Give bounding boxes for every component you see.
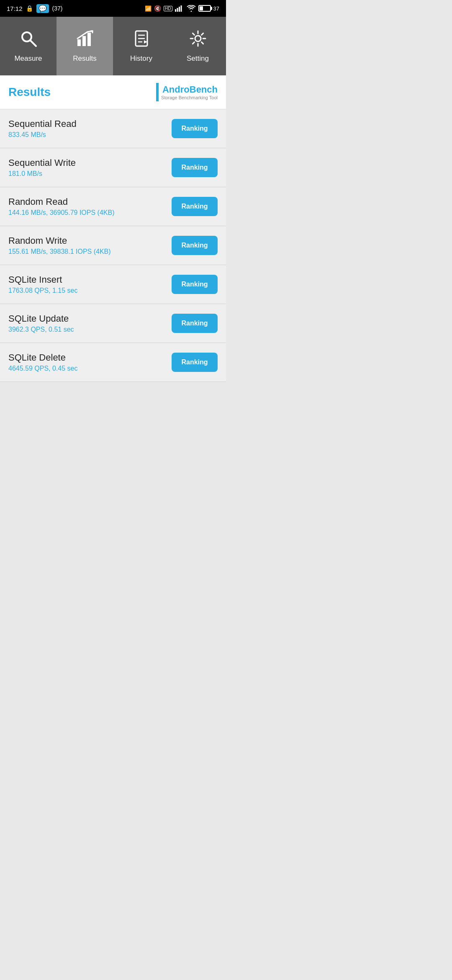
battery-percent: 37: [213, 5, 219, 12]
brand-name: AndroBench: [161, 84, 218, 95]
svg-rect-7: [82, 36, 86, 46]
nav-tabs: Measure Results History: [0, 17, 226, 75]
battery-fill: [200, 6, 203, 10]
result-item: SQLite Update 3962.3 QPS, 0.51 sec Ranki…: [0, 304, 226, 343]
tab-history[interactable]: History: [113, 17, 170, 75]
svg-rect-0: [175, 9, 176, 12]
tab-setting-label: Setting: [187, 54, 209, 63]
history-icon: [132, 29, 151, 50]
svg-rect-8: [87, 33, 91, 46]
notif-count: (37): [52, 5, 63, 12]
status-bar: 17:12 🔒 💬 (37) 📶 🔇 HD 37: [0, 0, 226, 17]
result-value: 144.16 MB/s, 36905.79 IOPS (4KB): [8, 209, 172, 217]
svg-rect-6: [77, 39, 81, 46]
ranking-button[interactable]: Ranking: [172, 275, 218, 294]
tab-measure[interactable]: Measure: [0, 17, 56, 75]
result-item: Random Write 155.61 MB/s, 39838.1 IOPS (…: [0, 226, 226, 265]
svg-point-14: [195, 36, 201, 41]
result-info: Random Write 155.61 MB/s, 39838.1 IOPS (…: [8, 235, 172, 255]
result-item: SQLite Delete 4645.59 QPS, 0.45 sec Rank…: [0, 343, 226, 382]
ranking-button[interactable]: Ranking: [172, 314, 218, 333]
brand-bar: [156, 83, 159, 101]
result-list: Sequential Read 833.45 MB/s Ranking Sequ…: [0, 109, 226, 382]
result-item: Sequential Read 833.45 MB/s Ranking: [0, 109, 226, 148]
status-left: 17:12 🔒 💬 (37): [7, 4, 62, 13]
status-time: 17:12: [7, 5, 23, 12]
tab-results[interactable]: Results: [56, 17, 113, 75]
svg-line-5: [30, 40, 36, 46]
result-value: 3962.3 QPS, 0.51 sec: [8, 326, 172, 333]
mute-icon: 🔇: [154, 5, 161, 12]
signal-icon: [175, 5, 184, 12]
measure-icon: [19, 29, 38, 50]
tab-results-label: Results: [73, 54, 97, 63]
tab-measure-label: Measure: [14, 54, 42, 63]
brand-name-2: Bench: [190, 84, 218, 95]
status-right: 📶 🔇 HD 37: [145, 5, 219, 12]
bluetooth-icon: 📶: [145, 5, 152, 12]
hd-icon: HD: [164, 6, 172, 11]
setting-icon: [189, 29, 207, 50]
chat-icon: 💬: [36, 4, 49, 13]
ranking-button[interactable]: Ranking: [172, 353, 218, 372]
result-info: Random Read 144.16 MB/s, 36905.79 IOPS (…: [8, 196, 172, 217]
wifi-icon: [187, 5, 196, 12]
result-name: SQLite Delete: [8, 352, 172, 363]
ranking-button[interactable]: Ranking: [172, 197, 218, 216]
result-name: SQLite Update: [8, 313, 172, 324]
brand-logo: AndroBench Storage Benchmarking Tool: [156, 83, 218, 101]
result-name: SQLite Insert: [8, 274, 172, 285]
result-name: Sequential Read: [8, 119, 172, 129]
results-title: Results: [8, 85, 51, 99]
results-header: Results AndroBench Storage Benchmarking …: [0, 75, 226, 109]
result-info: Sequential Write 181.0 MB/s: [8, 157, 172, 178]
result-info: SQLite Update 3962.3 QPS, 0.51 sec: [8, 313, 172, 333]
result-name: Sequential Write: [8, 157, 172, 168]
battery-icon: [198, 5, 211, 12]
brand-subtitle: Storage Benchmarking Tool: [161, 95, 218, 100]
lock-icon: 🔒: [26, 5, 33, 12]
ranking-button[interactable]: Ranking: [172, 236, 218, 255]
result-value: 181.0 MB/s: [8, 170, 172, 178]
ranking-button[interactable]: Ranking: [172, 158, 218, 177]
result-value: 4645.59 QPS, 0.45 sec: [8, 365, 172, 372]
brand-text: AndroBench Storage Benchmarking Tool: [161, 84, 218, 100]
result-name: Random Write: [8, 235, 172, 246]
result-item: Sequential Write 181.0 MB/s Ranking: [0, 148, 226, 187]
tab-history-label: History: [130, 54, 152, 63]
result-value: 833.45 MB/s: [8, 131, 172, 139]
brand-name-1: Andro: [162, 84, 190, 95]
result-info: SQLite Insert 1763.08 QPS, 1.15 sec: [8, 274, 172, 294]
ranking-button[interactable]: Ranking: [172, 119, 218, 138]
result-item: SQLite Insert 1763.08 QPS, 1.15 sec Rank…: [0, 265, 226, 304]
svg-rect-3: [180, 5, 182, 12]
tab-setting[interactable]: Setting: [170, 17, 226, 75]
results-icon: [76, 29, 94, 50]
result-info: SQLite Delete 4645.59 QPS, 0.45 sec: [8, 352, 172, 372]
svg-rect-1: [177, 8, 178, 12]
svg-rect-2: [179, 7, 180, 12]
result-item: Random Read 144.16 MB/s, 36905.79 IOPS (…: [0, 187, 226, 226]
result-name: Random Read: [8, 196, 172, 207]
result-value: 155.61 MB/s, 39838.1 IOPS (4KB): [8, 248, 172, 255]
result-value: 1763.08 QPS, 1.15 sec: [8, 287, 172, 294]
result-info: Sequential Read 833.45 MB/s: [8, 119, 172, 139]
